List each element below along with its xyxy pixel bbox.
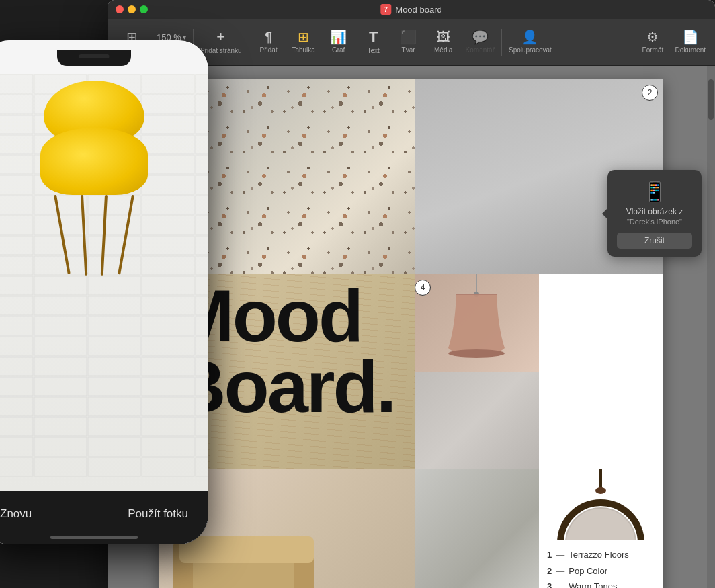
comment-icon: 💬 [472,30,489,44]
iphone-photo [0,74,208,491]
chair [40,128,148,195]
chair-seat [40,128,148,195]
format-label: Formát [642,46,664,54]
shape-icon: ⬛ [400,30,417,44]
document-page: 1 2 Mood Board. [159,79,663,588]
toolbar-shape[interactable]: ⬛ Tvar [392,28,425,56]
legend-num-3: 3 [547,579,552,588]
mirror-area: 1 — Terrazzo Floors 2 — Pop Color [539,469,663,588]
legend-item-2: 2 — Pop Color [547,563,655,579]
scrollbar-thumb[interactable] [708,79,714,120]
legend-label-1: Terrazzo Floors [569,547,629,562]
size-chevron: ▾ [183,34,186,41]
cancel-button[interactable]: Zrušit [617,233,692,249]
legend-num-1: 1 [547,547,552,562]
text-label: Text [367,47,379,54]
toolbar-format[interactable]: ⚙ Formát [636,28,669,56]
grid-top-row [159,79,663,274]
window-title: 7 Mood board [380,4,441,15]
traffic-lights [116,5,148,13]
iphone-screen: Znovu Použít fotku [0,40,208,544]
comment-label: Komentář [466,46,495,54]
legend-num-2: 2 [547,563,552,579]
table-label: Tabulka [292,46,314,54]
toolbar-add-page[interactable]: + Přidat stránku [196,27,246,57]
close-button[interactable] [116,5,124,13]
svg-rect-6 [179,536,314,563]
toolbar-add[interactable]: ¶ Přidat [252,28,286,56]
add-label: Přidat [260,46,278,54]
grid-bottom-row: 1 — Terrazzo Floors 2 — Pop Color [159,469,663,588]
iphone-notch [57,50,131,66]
toolbar-text[interactable]: T Text [357,27,390,57]
iphone-speaker [79,54,110,58]
chart-icon: 📊 [330,30,347,44]
format-icon: ⚙ [646,30,659,44]
page-number-2: 2 [642,85,658,101]
texture-image [415,372,539,469]
text-icon: T [369,30,378,44]
legend-item-3: 3 — Warm Tones [547,579,655,588]
grid-middle-row: Mood Board. 4 [159,274,663,469]
retake-button[interactable]: Znovu [0,507,32,521]
toolbar-collaborate[interactable]: 👤 Spolupracovat [505,28,556,56]
media-label: Média [434,46,452,54]
shape-label: Tvar [402,46,415,54]
scrollbar[interactable] [707,66,715,588]
collaborate-label: Spolupracovat [509,46,552,54]
collaborate-icon: 👤 [521,30,538,44]
paragraph-icon: ¶ [265,30,272,44]
svg-point-8 [595,487,606,494]
legend: 1 — Terrazzo Floors 2 — Pop Color [539,540,663,588]
lamp-image [415,274,539,372]
svg-point-2 [448,349,505,358]
iphone-bottom-bar: Znovu Použít fotku [0,491,208,544]
titlebar: 7 Mood board [108,0,715,19]
toolbar-chart[interactable]: 📊 Graf [322,28,355,56]
document-icon: 📄 [682,30,699,44]
popup-title: Vložit obrázek z [617,207,692,216]
fur-image [415,469,539,588]
page-number-4: 4 [415,280,431,296]
maximize-button[interactable] [140,5,148,13]
mid-right-col: 4 [415,274,539,469]
bottom-right-area: 1 — Terrazzo Floors 2 — Pop Color [539,469,663,588]
home-indicator [50,536,138,539]
add-page-label: Přidat stránku [200,47,242,54]
popup-subtitle: "Derek's iPhone" [617,218,692,226]
toolbar-table[interactable]: ⊞ Tabulka [287,28,321,56]
document-label: Dokument [675,46,706,54]
toolbar-document[interactable]: 📄 Dokument [671,28,710,56]
iphone: Znovu Použít fotku [0,40,208,544]
phone-icon: 📱 [617,181,692,203]
legend-item-1: 1 — Terrazzo Floors [547,547,655,562]
minimize-button[interactable] [128,5,136,13]
app-icon: 7 [380,4,391,15]
divider-3 [501,29,502,56]
use-photo-button[interactable]: Použít fotku [128,507,188,521]
chart-label: Graf [332,46,345,54]
add-page-icon: + [216,30,225,44]
divider-2 [249,29,249,56]
title-text: Mood board [395,5,441,15]
media-icon: 🖼 [437,30,450,44]
toolbar-media[interactable]: 🖼 Média [427,28,460,56]
insert-popup: 📱 Vložit obrázek z "Derek's iPhone" Zruš… [607,170,702,257]
legend-label-3: Warm Tones [569,579,617,588]
table-icon: ⊞ [298,30,309,44]
toolbar-comment[interactable]: 💬 Komentář [462,28,499,56]
legend-label-2: Pop Color [569,563,607,579]
